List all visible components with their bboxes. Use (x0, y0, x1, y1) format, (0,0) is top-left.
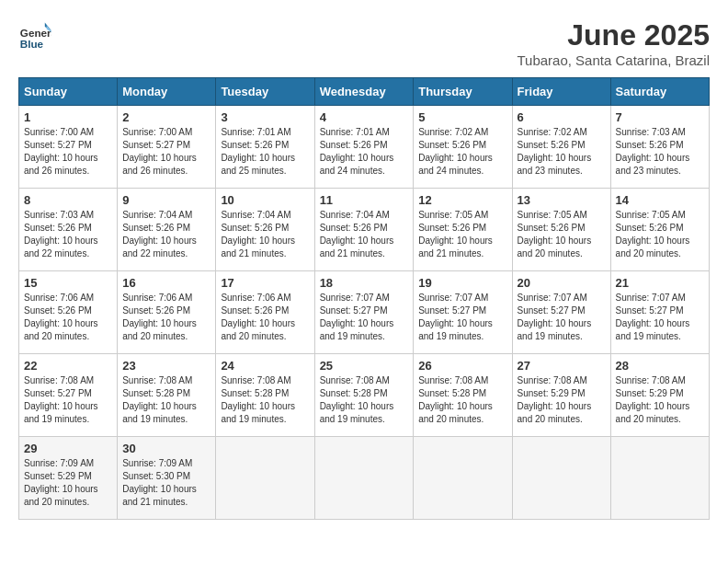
calendar-cell: 14 Sunrise: 7:05 AMSunset: 5:26 PMDaylig… (610, 189, 709, 271)
day-number: 9 (122, 193, 210, 207)
day-number: 8 (24, 193, 112, 207)
day-info: Sunrise: 7:08 AMSunset: 5:28 PMDaylight:… (320, 375, 394, 424)
day-info: Sunrise: 7:07 AMSunset: 5:27 PMDaylight:… (518, 293, 592, 341)
day-number: 17 (221, 276, 309, 290)
day-info: Sunrise: 7:08 AMSunset: 5:28 PMDaylight:… (122, 375, 197, 424)
weekday-header-monday: Monday (118, 78, 216, 106)
day-number: 23 (122, 359, 210, 373)
calendar-cell: 21 Sunrise: 7:07 AMSunset: 5:27 PMDaylig… (610, 271, 709, 354)
page-header: General Blue June 2025 Tubarao, Santa Ca… (18, 18, 710, 68)
day-number: 26 (418, 359, 506, 373)
calendar-week-row: 8 Sunrise: 7:03 AMSunset: 5:26 PMDayligh… (19, 189, 710, 271)
day-info: Sunrise: 7:08 AMSunset: 5:28 PMDaylight:… (418, 375, 493, 424)
calendar-week-row: 15 Sunrise: 7:06 AMSunset: 5:26 PMDaylig… (19, 271, 710, 354)
day-number: 3 (221, 110, 309, 124)
day-info: Sunrise: 7:09 AMSunset: 5:29 PMDaylight:… (24, 458, 98, 507)
calendar-cell: 24 Sunrise: 7:08 AMSunset: 5:28 PMDaylig… (216, 354, 314, 437)
day-info: Sunrise: 7:04 AMSunset: 5:26 PMDaylight:… (122, 210, 197, 259)
calendar-cell: 23 Sunrise: 7:08 AMSunset: 5:28 PMDaylig… (118, 354, 216, 437)
day-info: Sunrise: 7:05 AMSunset: 5:26 PMDaylight:… (518, 210, 592, 259)
calendar-cell: 5 Sunrise: 7:02 AMSunset: 5:26 PMDayligh… (414, 106, 512, 189)
calendar-cell: 19 Sunrise: 7:07 AMSunset: 5:27 PMDaylig… (414, 271, 512, 354)
calendar-cell: 4 Sunrise: 7:01 AMSunset: 5:26 PMDayligh… (314, 106, 414, 189)
day-number: 13 (518, 193, 606, 207)
calendar-cell (414, 437, 512, 520)
day-info: Sunrise: 7:05 AMSunset: 5:26 PMDaylight:… (616, 210, 690, 259)
day-info: Sunrise: 7:06 AMSunset: 5:26 PMDaylight:… (122, 293, 197, 341)
weekday-header-wednesday: Wednesday (314, 78, 414, 106)
generalblue-logo-icon: General Blue (18, 18, 51, 52)
day-info: Sunrise: 7:06 AMSunset: 5:26 PMDaylight:… (24, 293, 98, 341)
day-info: Sunrise: 7:04 AMSunset: 5:26 PMDaylight:… (221, 210, 295, 259)
weekday-header-saturday: Saturday (610, 78, 709, 106)
day-info: Sunrise: 7:00 AMSunset: 5:27 PMDaylight:… (122, 127, 197, 176)
calendar-table: SundayMondayTuesdayWednesdayThursdayFrid… (18, 77, 710, 520)
day-number: 25 (320, 359, 409, 373)
calendar-cell: 2 Sunrise: 7:00 AMSunset: 5:27 PMDayligh… (118, 106, 216, 189)
day-number: 11 (320, 193, 409, 207)
calendar-cell: 15 Sunrise: 7:06 AMSunset: 5:26 PMDaylig… (19, 271, 118, 354)
day-number: 4 (320, 110, 409, 124)
day-number: 30 (122, 442, 210, 455)
day-number: 12 (418, 193, 506, 207)
calendar-cell (314, 437, 414, 520)
calendar-cell: 30 Sunrise: 7:09 AMSunset: 5:30 PMDaylig… (118, 437, 216, 520)
day-number: 18 (320, 276, 409, 290)
day-info: Sunrise: 7:03 AMSunset: 5:26 PMDaylight:… (616, 127, 690, 176)
day-info: Sunrise: 7:04 AMSunset: 5:26 PMDaylight:… (320, 210, 394, 259)
calendar-cell: 12 Sunrise: 7:05 AMSunset: 5:26 PMDaylig… (414, 189, 512, 271)
day-info: Sunrise: 7:08 AMSunset: 5:28 PMDaylight:… (221, 375, 295, 424)
day-info: Sunrise: 7:03 AMSunset: 5:26 PMDaylight:… (24, 210, 98, 259)
calendar-cell (512, 437, 610, 520)
day-info: Sunrise: 7:00 AMSunset: 5:27 PMDaylight:… (24, 127, 98, 176)
day-info: Sunrise: 7:08 AMSunset: 5:29 PMDaylight:… (518, 375, 592, 424)
calendar-cell: 29 Sunrise: 7:09 AMSunset: 5:29 PMDaylig… (19, 437, 118, 520)
calendar-week-row: 1 Sunrise: 7:00 AMSunset: 5:27 PMDayligh… (19, 106, 710, 189)
calendar-cell: 18 Sunrise: 7:07 AMSunset: 5:27 PMDaylig… (314, 271, 414, 354)
day-number: 20 (518, 276, 606, 290)
calendar-cell (216, 437, 314, 520)
day-number: 22 (24, 359, 112, 373)
calendar-cell: 9 Sunrise: 7:04 AMSunset: 5:26 PMDayligh… (118, 189, 216, 271)
weekday-header-thursday: Thursday (414, 78, 512, 106)
month-year-title: June 2025 (517, 18, 710, 52)
day-number: 28 (616, 359, 704, 373)
weekday-header-tuesday: Tuesday (216, 78, 314, 106)
day-info: Sunrise: 7:07 AMSunset: 5:27 PMDaylight:… (320, 293, 394, 341)
calendar-cell: 20 Sunrise: 7:07 AMSunset: 5:27 PMDaylig… (512, 271, 610, 354)
day-info: Sunrise: 7:08 AMSunset: 5:27 PMDaylight:… (24, 375, 98, 424)
day-number: 6 (518, 110, 606, 124)
location-subtitle: Tubarao, Santa Catarina, Brazil (517, 52, 710, 68)
day-number: 29 (24, 442, 112, 455)
calendar-cell: 11 Sunrise: 7:04 AMSunset: 5:26 PMDaylig… (314, 189, 414, 271)
day-number: 24 (221, 359, 309, 373)
calendar-cell: 10 Sunrise: 7:04 AMSunset: 5:26 PMDaylig… (216, 189, 314, 271)
day-info: Sunrise: 7:01 AMSunset: 5:26 PMDaylight:… (221, 127, 295, 176)
calendar-cell: 27 Sunrise: 7:08 AMSunset: 5:29 PMDaylig… (512, 354, 610, 437)
title-area: June 2025 Tubarao, Santa Catarina, Brazi… (517, 18, 710, 68)
calendar-cell: 8 Sunrise: 7:03 AMSunset: 5:26 PMDayligh… (19, 189, 118, 271)
day-info: Sunrise: 7:07 AMSunset: 5:27 PMDaylight:… (616, 293, 690, 341)
day-number: 14 (616, 193, 704, 207)
day-number: 5 (418, 110, 506, 124)
calendar-week-row: 22 Sunrise: 7:08 AMSunset: 5:27 PMDaylig… (19, 354, 710, 437)
logo: General Blue (18, 18, 51, 52)
calendar-week-row: 29 Sunrise: 7:09 AMSunset: 5:29 PMDaylig… (19, 437, 710, 520)
calendar-cell: 22 Sunrise: 7:08 AMSunset: 5:27 PMDaylig… (19, 354, 118, 437)
day-number: 7 (616, 110, 704, 124)
calendar-cell: 25 Sunrise: 7:08 AMSunset: 5:28 PMDaylig… (314, 354, 414, 437)
svg-text:Blue: Blue (20, 38, 44, 50)
calendar-cell: 26 Sunrise: 7:08 AMSunset: 5:28 PMDaylig… (414, 354, 512, 437)
weekday-header-sunday: Sunday (19, 78, 118, 106)
day-number: 27 (518, 359, 606, 373)
day-info: Sunrise: 7:02 AMSunset: 5:26 PMDaylight:… (418, 127, 493, 176)
day-number: 10 (221, 193, 309, 207)
calendar-cell: 13 Sunrise: 7:05 AMSunset: 5:26 PMDaylig… (512, 189, 610, 271)
calendar-cell: 16 Sunrise: 7:06 AMSunset: 5:26 PMDaylig… (118, 271, 216, 354)
day-number: 15 (24, 276, 112, 290)
calendar-cell (610, 437, 709, 520)
day-info: Sunrise: 7:02 AMSunset: 5:26 PMDaylight:… (518, 127, 592, 176)
day-info: Sunrise: 7:08 AMSunset: 5:29 PMDaylight:… (616, 375, 690, 424)
day-number: 16 (122, 276, 210, 290)
calendar-cell: 17 Sunrise: 7:06 AMSunset: 5:26 PMDaylig… (216, 271, 314, 354)
